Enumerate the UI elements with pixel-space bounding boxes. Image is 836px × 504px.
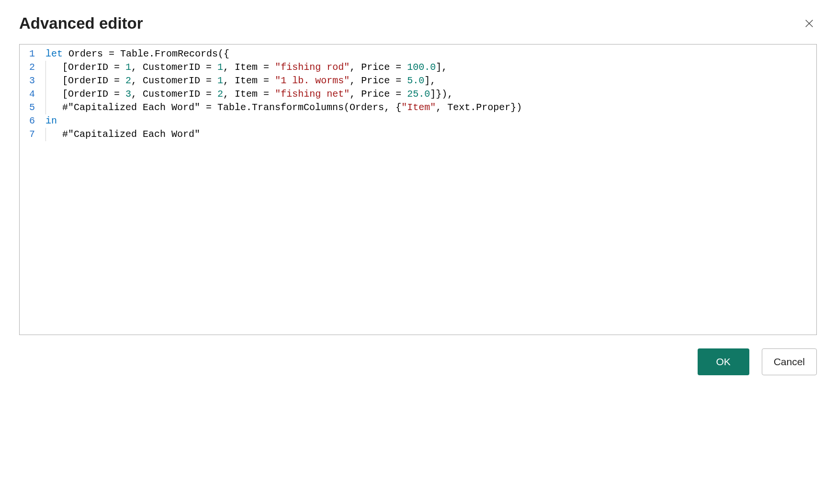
indent-guide [45, 61, 46, 74]
code-token: ]}), [430, 88, 453, 101]
indent-guide [45, 74, 46, 88]
line-number: 1 [29, 47, 35, 61]
code-token: "Item" [401, 101, 436, 114]
code-token: 2 [217, 88, 223, 101]
indent-guide [45, 88, 46, 101]
code-token: 25.0 [407, 88, 430, 101]
code-token: #"Capitalized Each Word" [62, 101, 200, 114]
line-number-gutter: 1234567 [20, 45, 40, 335]
code-token: 5.0 [407, 74, 424, 88]
line-number: 3 [29, 74, 35, 88]
code-token: Orders = Table.FromRecords({ [63, 47, 229, 61]
code-token: , Text.Proper}) [436, 101, 522, 114]
code-line[interactable]: let Orders = Table.FromRecords({ [45, 47, 816, 61]
code-token: , CustomerID = [131, 88, 217, 101]
code-token: 1 [217, 61, 223, 74]
code-token: , Item = [223, 61, 275, 74]
line-number: 5 [29, 101, 35, 114]
code-token: 2 [125, 74, 131, 88]
code-token: = Table.TransformColumns(Orders, { [200, 101, 401, 114]
code-token: ], [424, 74, 436, 88]
dialog-footer: OK Cancel [19, 348, 817, 375]
code-token: "fishing net" [275, 88, 350, 101]
code-token: [OrderID = [62, 61, 125, 74]
line-number: 6 [29, 114, 35, 128]
code-token: "1 lb. worms" [275, 74, 350, 88]
code-line[interactable]: [OrderID = 3, CustomerID = 2, Item = "fi… [45, 88, 816, 101]
code-token: let [45, 47, 63, 61]
code-token: , Price = [350, 74, 407, 88]
code-editor[interactable]: 1234567 let Orders = Table.FromRecords({… [19, 44, 817, 335]
code-area[interactable]: let Orders = Table.FromRecords({[OrderID… [40, 45, 816, 335]
code-token: #"Capitalized Each Word" [62, 128, 200, 141]
code-token: 3 [125, 88, 131, 101]
indent-guide [45, 128, 46, 141]
cancel-button[interactable]: Cancel [762, 348, 817, 375]
dialog-header: Advanced editor [19, 14, 817, 33]
dialog-title: Advanced editor [19, 14, 143, 33]
code-line[interactable]: in [45, 114, 816, 128]
code-line[interactable]: [OrderID = 2, CustomerID = 1, Item = "1 … [45, 74, 816, 88]
code-token: [OrderID = [62, 74, 125, 88]
code-token: ], [436, 61, 447, 74]
code-token: , CustomerID = [131, 74, 217, 88]
line-number: 4 [29, 88, 35, 101]
code-line[interactable]: [OrderID = 1, CustomerID = 1, Item = "fi… [45, 61, 816, 74]
code-token: "fishing rod" [275, 61, 350, 74]
indent-guide [45, 101, 46, 114]
close-icon [804, 18, 814, 29]
code-line[interactable]: #"Capitalized Each Word" [45, 128, 816, 141]
code-line[interactable]: #"Capitalized Each Word" = Table.Transfo… [45, 101, 816, 114]
code-token: 100.0 [407, 61, 436, 74]
line-number: 7 [29, 128, 35, 141]
close-button[interactable] [802, 16, 817, 31]
code-token: , CustomerID = [131, 61, 217, 74]
ok-button[interactable]: OK [698, 348, 749, 375]
code-token: 1 [125, 61, 131, 74]
code-token: , Price = [350, 88, 407, 101]
line-number: 2 [29, 61, 35, 74]
code-token: [OrderID = [62, 88, 125, 101]
code-token: , Item = [223, 74, 275, 88]
code-token: 1 [217, 74, 223, 88]
code-token: , Price = [350, 61, 407, 74]
code-token: , Item = [223, 88, 275, 101]
code-token: in [45, 114, 57, 128]
